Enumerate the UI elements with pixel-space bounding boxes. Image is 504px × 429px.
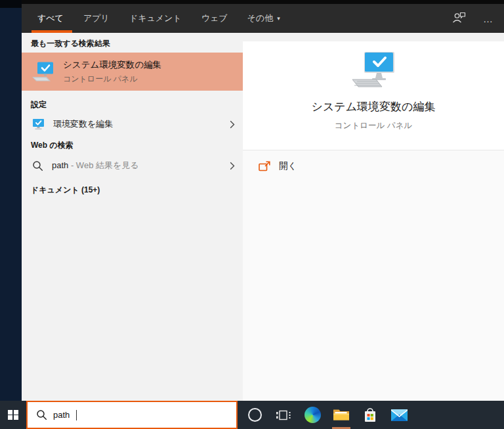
pc-check-large-icon (348, 51, 398, 91)
windows-search-screen: すべて アプリ ドキュメント ウェブ その他 ▾ (0, 0, 504, 429)
start-button[interactable] (0, 401, 26, 429)
tab-all[interactable]: すべて (37, 4, 64, 33)
cortana-icon (248, 408, 262, 422)
tab-documents[interactable]: ドキュメント (129, 4, 182, 33)
open-action[interactable]: 開く (243, 150, 504, 172)
search-icon (32, 160, 43, 171)
open-action-label: 開く (279, 160, 297, 172)
store-button[interactable] (356, 401, 385, 429)
results-panel: 最も一致する検索結果 システム環境変数の編集 コントロール パネル 設定 (22, 33, 243, 401)
pc-check-icon (31, 61, 54, 83)
desktop-background (0, 0, 22, 401)
search-flyout: すべて アプリ ドキュメント ウェブ その他 ▾ (22, 0, 504, 401)
chevron-right-icon (230, 162, 235, 170)
settings-result-edit-env-vars[interactable]: 環境変数を編集 (22, 113, 243, 135)
best-match-result[interactable]: システム環境変数の編集 コントロール パネル (22, 53, 243, 91)
tab-all-label: すべて (37, 12, 64, 24)
mail-icon (390, 409, 408, 422)
text-caret (76, 410, 77, 420)
settings-result-label: 環境変数を編集 (53, 118, 113, 130)
edge-button[interactable] (298, 401, 327, 429)
taskbar-search-input[interactable]: path (26, 401, 238, 429)
preview-title: システム環境変数の編集 (243, 99, 504, 114)
chevron-right-icon (230, 120, 235, 129)
tab-apps[interactable]: アプリ (83, 4, 110, 33)
tab-documents-label: ドキュメント (129, 12, 182, 24)
best-match-title: システム環境変数の編集 (63, 59, 161, 71)
search-icon (36, 409, 47, 420)
taskbar: path (0, 401, 504, 429)
store-icon (362, 407, 378, 422)
best-match-header: 最も一致する検索結果 (31, 38, 110, 49)
task-view-icon (276, 409, 291, 422)
search-results-body: 最も一致する検索結果 システム環境変数の編集 コントロール パネル 設定 (22, 33, 504, 401)
web-search-result[interactable]: path - Web 結果を見る (22, 154, 243, 177)
monitor-check-icon (32, 118, 45, 130)
cortana-button[interactable] (240, 401, 269, 429)
edge-icon (304, 407, 321, 423)
preview-panel: システム環境変数の編集 コントロール パネル 開く (243, 33, 504, 401)
chevron-down-icon: ▾ (277, 15, 280, 22)
task-view-button[interactable] (269, 401, 298, 429)
open-external-icon (259, 161, 270, 171)
more-options-icon[interactable]: … (483, 13, 494, 24)
file-explorer-icon (333, 408, 350, 422)
mail-button[interactable] (385, 401, 413, 429)
tab-apps-label: アプリ (83, 12, 110, 24)
tab-web-label: ウェブ (201, 12, 228, 24)
file-explorer-button[interactable] (327, 401, 356, 429)
web-search-header: Web の検索 (31, 140, 74, 151)
desktop-window-edge (0, 0, 22, 8)
settings-header: 設定 (31, 99, 47, 110)
tab-web[interactable]: ウェブ (201, 4, 228, 33)
user-feedback-icon[interactable] (452, 12, 466, 26)
taskbar-search-value: path (53, 410, 70, 420)
documents-header: ドキュメント (15+) (31, 185, 100, 196)
preview-card: システム環境変数の編集 コントロール パネル 開く (243, 41, 504, 401)
preview-actions: 開く (243, 150, 504, 401)
tab-more[interactable]: その他 ▾ (247, 4, 280, 33)
preview-subtitle: コントロール パネル (243, 120, 504, 131)
best-match-subtitle: コントロール パネル (63, 74, 161, 85)
search-filter-tabbar: すべて アプリ ドキュメント ウェブ その他 ▾ (22, 4, 504, 33)
web-search-query: path (52, 160, 68, 170)
web-search-suffix: - Web 結果を見る (68, 160, 138, 170)
windows-logo-icon (8, 410, 18, 420)
tab-more-label: その他 (247, 12, 274, 24)
